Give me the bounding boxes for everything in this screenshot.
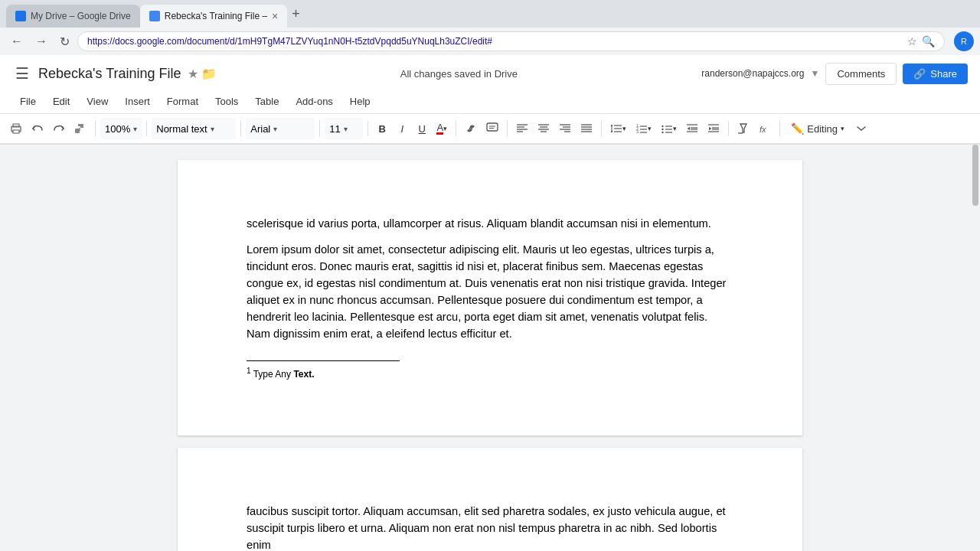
tab-bar: My Drive – Google Drive Rebecka's Traini…: [0, 0, 980, 28]
menu-format[interactable]: Format: [159, 93, 206, 110]
title-row: ☰ Rebecka's Training File ★ 📁 All change…: [0, 55, 980, 89]
paragraph-lorem: Lorem ipsum dolor sit amet, consectetur …: [247, 241, 733, 342]
star-icon[interactable]: ★: [188, 67, 198, 81]
address-bar[interactable]: https://docs.google.com/document/d/1mH9T…: [77, 31, 945, 51]
decrease-indent-button[interactable]: [682, 118, 702, 139]
drive-favicon: [15, 11, 26, 21]
font-value: Arial: [250, 123, 270, 135]
share-button[interactable]: 🔗 Share: [903, 64, 968, 84]
numbered-list-icon: 1.2.3.: [635, 122, 648, 135]
footnote-bold: Text.: [293, 369, 314, 380]
bold-button[interactable]: B: [373, 118, 391, 139]
editing-arrow: ▾: [841, 125, 844, 132]
doc-area[interactable]: scelerisque id varius porta, ullamcorper…: [0, 145, 980, 551]
new-tab-button[interactable]: +: [287, 6, 305, 22]
menu-table[interactable]: Table: [247, 93, 286, 110]
doc-page-2[interactable]: faucibus suscipit tortor. Aliquam accums…: [178, 448, 802, 551]
docs-header: ☰ Rebecka's Training File ★ 📁 All change…: [0, 55, 980, 145]
divider10: [779, 121, 780, 136]
menu-insert[interactable]: Insert: [117, 93, 158, 110]
hamburger-icon[interactable]: ☰: [12, 61, 32, 86]
browser-chrome: My Drive – Google Drive Rebecka's Traini…: [0, 0, 980, 55]
style-select[interactable]: Normal text ▾: [152, 118, 236, 139]
align-center-icon: [537, 123, 550, 134]
pencil-icon: ✏️: [791, 122, 804, 135]
font-size-select[interactable]: 11 ▾: [325, 118, 363, 139]
align-center-button[interactable]: [534, 118, 554, 139]
svg-point-34: [662, 126, 664, 127]
justify-button[interactable]: [577, 118, 596, 139]
tab-doc-title: Rebecka's Training File –: [165, 11, 267, 21]
divider7: [507, 121, 508, 136]
close-tab-icon[interactable]: ×: [272, 11, 278, 21]
footnote-sup: 1: [247, 367, 251, 375]
paragraph-top: scelerisque id varius porta, ullamcorper…: [247, 215, 733, 232]
menu-tools[interactable]: Tools: [207, 93, 246, 110]
redo-button[interactable]: [49, 118, 69, 139]
link-button[interactable]: [461, 118, 481, 139]
doc-title[interactable]: Rebecka's Training File: [38, 66, 181, 82]
comment-button[interactable]: [482, 118, 502, 139]
menu-edit[interactable]: Edit: [45, 93, 77, 110]
align-left-button[interactable]: [512, 118, 532, 139]
scrollbar[interactable]: [971, 145, 980, 551]
numbered-list-button[interactable]: 1.2.3. ▾: [632, 118, 655, 139]
svg-point-38: [662, 132, 664, 133]
divider3: [240, 121, 241, 136]
tab-drive[interactable]: My Drive – Google Drive: [6, 5, 140, 28]
menu-addons[interactable]: Add-ons: [288, 93, 340, 110]
share-icon: 🔗: [913, 68, 926, 80]
print-button[interactable]: [6, 118, 26, 139]
search-icon[interactable]: 🔍: [922, 35, 935, 47]
expand-toolbar-button[interactable]: [852, 118, 871, 139]
align-right-button[interactable]: [555, 118, 575, 139]
comments-button[interactable]: Comments: [825, 63, 897, 85]
undo-button[interactable]: [28, 118, 47, 139]
line-spacing-button[interactable]: ▾: [606, 118, 630, 139]
bookmark-icon[interactable]: ☆: [907, 35, 917, 47]
refresh-button[interactable]: ↻: [55, 31, 74, 52]
font-size-value: 11: [329, 123, 340, 135]
text-color-button[interactable]: A ▾: [433, 118, 451, 139]
increase-indent-button[interactable]: [704, 118, 724, 139]
forward-button[interactable]: →: [31, 31, 52, 51]
line-spacing-arrow: ▾: [622, 125, 626, 132]
italic-icon: I: [400, 123, 403, 135]
expand-icon: [856, 123, 867, 134]
tab-doc[interactable]: Rebecka's Training File – ×: [140, 5, 288, 28]
bold-icon: B: [379, 123, 386, 135]
svg-rect-1: [13, 130, 19, 133]
folder-icon[interactable]: 📁: [201, 67, 217, 81]
zoom-select[interactable]: 100% ▾: [100, 118, 142, 139]
num-list-arrow: ▾: [648, 125, 652, 132]
menu-file[interactable]: File: [12, 93, 44, 110]
dropdown-icon[interactable]: ▼: [811, 68, 820, 79]
clear-format-button[interactable]: [733, 118, 753, 139]
bulleted-list-button[interactable]: ▾: [657, 118, 681, 139]
save-status: All changes saved in Drive: [223, 68, 696, 80]
undo-icon: [31, 122, 44, 135]
svg-rect-6: [487, 123, 498, 131]
clear-format-icon: [737, 122, 750, 135]
italic-button[interactable]: I: [393, 118, 411, 139]
menu-view[interactable]: View: [79, 93, 116, 110]
footnote-text: 1 Type Any Text.: [247, 366, 733, 381]
color-arrow: ▾: [443, 125, 447, 132]
toolbar: 100% ▾ Normal text ▾ Arial ▾ 11 ▾: [0, 113, 980, 144]
back-button[interactable]: ←: [6, 31, 28, 51]
paint-format-button[interactable]: [70, 118, 90, 139]
menu-help[interactable]: Help: [342, 93, 378, 110]
editing-mode-button[interactable]: ✏️ Editing ▾: [785, 119, 851, 138]
doc-page-1[interactable]: scelerisque id varius porta, ullamcorper…: [178, 160, 802, 435]
user-email: randerson@napajccs.org: [701, 68, 804, 79]
font-select[interactable]: Arial ▾: [246, 118, 315, 139]
align-left-icon: [516, 123, 528, 134]
line-spacing-icon: [610, 122, 622, 135]
avatar[interactable]: R: [954, 31, 974, 51]
address-icons: ☆ 🔍: [907, 35, 935, 47]
formula-button[interactable]: fx: [755, 118, 775, 139]
address-text: https://docs.google.com/document/d/1mH9T…: [87, 36, 907, 47]
comment-icon: [486, 122, 498, 135]
underline-button[interactable]: U: [413, 118, 431, 139]
scrollbar-thumb[interactable]: [972, 145, 978, 206]
